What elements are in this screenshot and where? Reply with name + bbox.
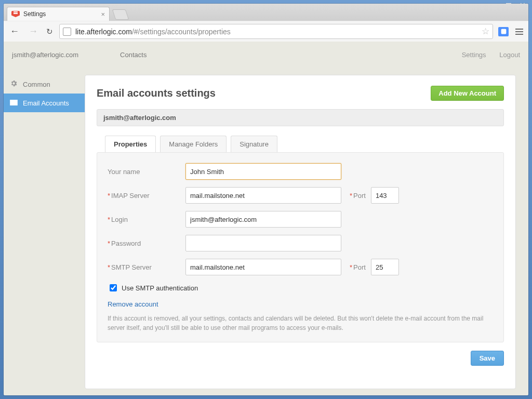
browser-toolbar: ← → ↻ lite.afterlogic.com/#/settings/acc… <box>4 21 528 42</box>
imap-label: IMAP Server <box>108 192 185 200</box>
back-button[interactable]: ← <box>8 26 21 37</box>
smtp-server-input[interactable] <box>185 259 341 275</box>
tab-title: Settings <box>23 10 46 18</box>
menu-button[interactable] <box>514 27 524 36</box>
url-host: lite.afterlogic.com <box>75 28 132 36</box>
name-label: Your name <box>108 168 185 176</box>
login-input[interactable] <box>185 211 341 228</box>
browser-window: Settings × ← → ↻ lite.afterlogic.com/#/s… <box>4 4 528 395</box>
account-selector[interactable]: jsmith@afterlogic.com <box>97 109 504 126</box>
envelope-icon <box>10 99 18 107</box>
smtp-auth-checkbox[interactable] <box>110 284 117 291</box>
forward-button[interactable]: → <box>26 26 40 37</box>
nav-settings[interactable]: Settings <box>462 51 486 59</box>
sidebar-item-email-accounts[interactable]: Email Accounts <box>4 94 85 112</box>
smtp-port-label: Port <box>350 263 366 271</box>
settings-panel: Email accounts settings Add New Account … <box>85 75 516 389</box>
login-label: Login <box>108 216 185 223</box>
hamburger-icon <box>515 29 523 35</box>
smtp-label: SMTP Server <box>108 263 185 271</box>
imap-port-label: Port <box>350 192 366 200</box>
password-input[interactable] <box>185 235 341 251</box>
imap-server-input[interactable] <box>185 187 341 204</box>
nav-logout[interactable]: Logout <box>499 51 520 59</box>
panel-title: Email accounts settings <box>97 87 216 99</box>
settings-sidebar: Common Email Accounts <box>4 75 85 112</box>
gear-icon <box>10 79 18 89</box>
site-icon <box>63 28 71 36</box>
url-path: /#/settings/accounts/properties <box>132 28 231 36</box>
mail-icon <box>11 11 20 17</box>
nav-contacts[interactable]: Contacts <box>120 51 147 59</box>
svg-rect-0 <box>501 29 506 34</box>
app-topbar: jsmith@afterlogic.com Contacts Settings … <box>4 42 528 68</box>
remove-account-link[interactable]: Remove account <box>108 300 158 308</box>
tab-close-icon[interactable]: × <box>101 10 105 18</box>
window-frame: ✕ Settings × ← → ↻ lite.afterlogic.com/#… <box>0 0 532 399</box>
password-label: Password <box>108 240 185 247</box>
name-input[interactable] <box>185 163 341 180</box>
reload-button[interactable]: ↻ <box>45 27 54 36</box>
properties-form: Your name IMAP Server Port Login P <box>97 152 504 342</box>
sidebar-item-label: Common <box>23 81 50 88</box>
account-email[interactable]: jsmith@afterlogic.com <box>12 51 78 59</box>
smtp-port-input[interactable] <box>371 259 399 275</box>
browser-tab[interactable]: Settings × <box>7 7 110 21</box>
sidebar-item-label: Email Accounts <box>23 99 69 107</box>
tab-manage-folders[interactable]: Manage Folders <box>160 136 227 152</box>
new-tab-button[interactable] <box>112 9 129 20</box>
remove-account-note: If this account is removed, all your set… <box>108 314 493 332</box>
account-tabs: Properties Manage Folders Signature <box>105 136 504 152</box>
save-button[interactable]: Save <box>471 351 504 366</box>
add-account-button[interactable]: Add New Account <box>431 86 504 101</box>
bookmark-icon[interactable]: ☆ <box>482 26 489 37</box>
sidebar-item-common[interactable]: Common <box>4 75 85 94</box>
smtp-auth-label: Use SMTP authentication <box>122 284 198 292</box>
tab-signature[interactable]: Signature <box>231 136 277 152</box>
tab-properties[interactable]: Properties <box>105 136 156 152</box>
page-content: jsmith@afterlogic.com Contacts Settings … <box>4 42 528 395</box>
address-bar[interactable]: lite.afterlogic.com/#/settings/accounts/… <box>59 24 493 39</box>
browser-tabstrip: Settings × <box>4 4 528 21</box>
imap-port-input[interactable] <box>371 187 399 204</box>
extension-icon[interactable] <box>498 27 509 36</box>
